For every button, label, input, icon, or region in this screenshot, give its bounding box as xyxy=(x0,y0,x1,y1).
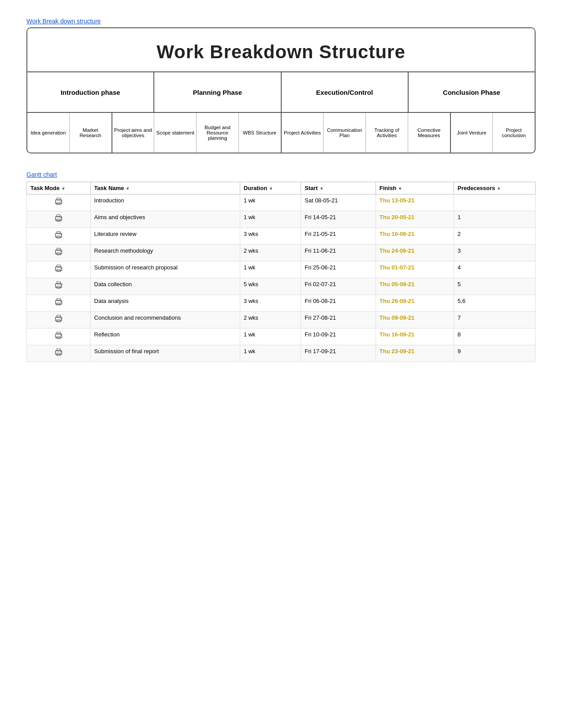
gantt-row: Aims and objectives1 wkFri 14-05-21Thu 2… xyxy=(27,211,536,228)
wbs-item-0: Idea generation xyxy=(27,113,70,153)
sort-arrow-start: ▾ xyxy=(320,186,323,191)
svg-point-7 xyxy=(60,217,61,218)
task-mode-cell xyxy=(27,194,91,211)
svg-point-35 xyxy=(60,335,61,336)
wbs-item-10: Joint Venture xyxy=(451,113,493,153)
task-name-cell: Aims and objectives xyxy=(90,211,240,228)
gantt-row: Submission of final report1 wkFri 17-09-… xyxy=(27,345,536,362)
wbs-item-4: Budget and Resource planning xyxy=(197,113,239,153)
task-mode-icon xyxy=(54,316,63,325)
task-mode-icon xyxy=(54,350,63,358)
task-name-cell: Conclusion and recommendations xyxy=(90,312,240,329)
task-duration-cell: 1 wk xyxy=(240,329,301,345)
sort-arrow-finish: ▾ xyxy=(399,186,401,191)
wbs-item-8: Tracking of Activities xyxy=(366,113,408,153)
task-predecessors-cell: 8 xyxy=(454,329,536,345)
task-start-cell: Fri 11-06-21 xyxy=(301,245,376,261)
task-name-cell: Submission of final report xyxy=(90,345,240,362)
task-finish-cell: Thu 13-05-21 xyxy=(376,194,454,211)
task-mode-cell xyxy=(27,278,91,295)
th-task-name[interactable]: Task Name ▾ xyxy=(90,182,240,194)
task-name-cell: Submission of research proposal xyxy=(90,261,240,278)
wbs-item-7: Communication Plan xyxy=(324,113,366,153)
task-finish-cell: Thu 09-09-21 xyxy=(376,312,454,329)
wbs-phase-conclusion: Conclusion Phase xyxy=(409,72,535,112)
wbs-phase-execution: Execution/Control xyxy=(282,72,409,112)
task-finish-cell: Thu 01-07-21 xyxy=(376,261,454,278)
task-mode-cell xyxy=(27,312,91,329)
task-mode-cell xyxy=(27,329,91,345)
th-start[interactable]: Start ▾ xyxy=(301,182,376,194)
wbs-phase-intro: Introduction phase xyxy=(27,72,154,112)
task-duration-cell: 2 wks xyxy=(240,245,301,261)
wbs-title: Work Breakdown Structure xyxy=(27,28,535,72)
task-duration-cell: 1 wk xyxy=(240,211,301,228)
task-mode-icon xyxy=(54,266,63,275)
th-predecessors[interactable]: Predecessors ▾ xyxy=(454,182,536,194)
wbs-item-5: WBS Structure xyxy=(239,113,282,153)
task-mode-icon xyxy=(54,249,63,258)
task-name-cell: Data analysis xyxy=(90,295,240,312)
task-start-cell: Fri 10-09-21 xyxy=(301,329,376,345)
task-finish-cell: Thu 26-08-21 xyxy=(376,295,454,312)
task-predecessors-cell: 2 xyxy=(454,228,536,245)
task-predecessors-cell: 3 xyxy=(454,245,536,261)
task-mode-icon xyxy=(54,299,63,308)
gantt-row: Introduction1 wkSat 08-05-21Thu 13-05-21 xyxy=(27,194,536,211)
task-duration-cell: 1 wk xyxy=(240,345,301,362)
task-duration-cell: 1 wk xyxy=(240,194,301,211)
wbs-phase-planning: Planning Phase xyxy=(154,72,281,112)
task-start-cell: Fri 17-09-21 xyxy=(301,345,376,362)
wbs-link[interactable]: Work Break down structure xyxy=(26,18,101,25)
svg-point-15 xyxy=(60,251,61,252)
svg-point-19 xyxy=(60,268,61,269)
task-mode-cell xyxy=(27,228,91,245)
wbs-items-row: Idea generation Market Research Project … xyxy=(27,113,535,153)
task-duration-cell: 1 wk xyxy=(240,261,301,278)
task-predecessors-cell: 7 xyxy=(454,312,536,329)
task-name-cell: Data collection xyxy=(90,278,240,295)
wbs-item-11: Project conclusion xyxy=(493,113,535,153)
gantt-row: Data collection5 wksFri 02-07-21Thu 05-0… xyxy=(27,278,536,295)
task-name-cell: Introduction xyxy=(90,194,240,211)
task-predecessors-cell: 9 xyxy=(454,345,536,362)
task-predecessors-cell xyxy=(454,194,536,211)
task-name-cell: Reflection xyxy=(90,329,240,345)
wbs-item-1: Market Research xyxy=(70,113,112,153)
task-predecessors-cell: 1 xyxy=(454,211,536,228)
task-finish-cell: Thu 05-08-21 xyxy=(376,278,454,295)
task-predecessors-cell: 5,6 xyxy=(454,295,536,312)
task-mode-cell xyxy=(27,295,91,312)
wbs-item-9: Corrective Measures xyxy=(408,113,451,153)
task-mode-icon xyxy=(54,283,63,291)
task-duration-cell: 3 wks xyxy=(240,228,301,245)
task-finish-cell: Thu 10-06-21 xyxy=(376,228,454,245)
gantt-header-row: Task Mode ▾ Task Name ▾ Duration ▾ Start… xyxy=(27,182,536,194)
task-mode-cell xyxy=(27,245,91,261)
task-mode-cell xyxy=(27,261,91,278)
wbs-diagram: Work Breakdown Structure Introduction ph… xyxy=(26,27,536,153)
gantt-row: Conclusion and recommendations2 wksFri 2… xyxy=(27,312,536,329)
wbs-item-6: Project Activities xyxy=(282,113,324,153)
th-finish[interactable]: Finish ▾ xyxy=(376,182,454,194)
task-start-cell: Sat 08-05-21 xyxy=(301,194,376,211)
task-name-cell: Research methodology xyxy=(90,245,240,261)
task-finish-cell: Thu 23-09-21 xyxy=(376,345,454,362)
gantt-table: Task Mode ▾ Task Name ▾ Duration ▾ Start… xyxy=(26,182,536,362)
sort-arrow-predecessors: ▾ xyxy=(498,186,500,191)
task-start-cell: Fri 27-08-21 xyxy=(301,312,376,329)
sort-arrow-duration: ▾ xyxy=(270,186,272,191)
svg-point-11 xyxy=(60,234,61,235)
th-duration[interactable]: Duration ▾ xyxy=(240,182,301,194)
task-start-cell: Fri 06-08-21 xyxy=(301,295,376,312)
task-duration-cell: 2 wks xyxy=(240,312,301,329)
sort-arrow-task-name: ▾ xyxy=(127,186,129,191)
task-duration-cell: 3 wks xyxy=(240,295,301,312)
wbs-phases-row: Introduction phase Planning Phase Execut… xyxy=(27,72,535,113)
gantt-link[interactable]: Gantt chart xyxy=(26,171,57,178)
wbs-item-2: Project aims and objectives xyxy=(112,113,155,153)
task-mode-icon xyxy=(54,232,63,241)
th-task-mode[interactable]: Task Mode ▾ xyxy=(27,182,91,194)
gantt-row: Submission of research proposal1 wkFri 2… xyxy=(27,261,536,278)
task-predecessors-cell: 5 xyxy=(454,278,536,295)
